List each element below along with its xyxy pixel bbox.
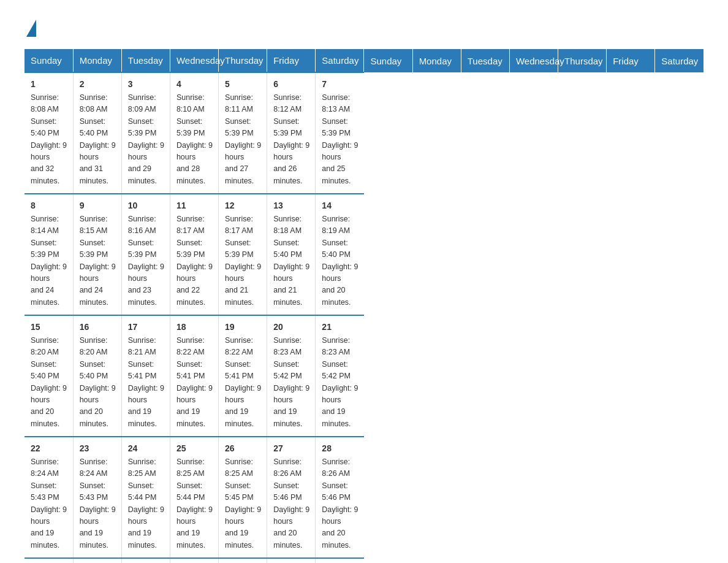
header-wednesday: Wednesday xyxy=(170,49,218,72)
calendar-week-row: 29Sunrise: 8:26 AMSunset: 5:47 PMDayligh… xyxy=(25,558,703,563)
day-number: 6 xyxy=(273,78,310,91)
day-number: 12 xyxy=(225,199,262,212)
calendar-week-row: 8Sunrise: 8:14 AMSunset: 5:39 PMDaylight… xyxy=(25,194,703,315)
day-info: Sunrise: 8:15 AMSunset: 5:39 PMDaylight:… xyxy=(80,213,116,308)
calendar-day-cell: 8Sunrise: 8:14 AMSunset: 5:39 PMDaylight… xyxy=(25,194,73,315)
calendar-day-cell: 27Sunrise: 8:26 AMSunset: 5:46 PMDayligh… xyxy=(267,437,316,558)
calendar-header-row: SundayMondayTuesdayWednesdayThursdayFrid… xyxy=(25,49,703,72)
page-header xyxy=(25,18,703,37)
day-number: 22 xyxy=(31,442,68,455)
day-number: 15 xyxy=(31,321,68,334)
day-number: 27 xyxy=(273,442,310,455)
calendar-empty-cell xyxy=(219,558,267,563)
calendar-day-cell: 4Sunrise: 8:10 AMSunset: 5:39 PMDaylight… xyxy=(170,72,218,194)
header-friday: Friday xyxy=(607,49,655,72)
day-info: Sunrise: 8:26 AMSunset: 5:46 PMDaylight:… xyxy=(273,456,310,551)
day-info: Sunrise: 8:19 AMSunset: 5:40 PMDaylight:… xyxy=(322,213,359,308)
calendar-day-cell: 15Sunrise: 8:20 AMSunset: 5:40 PMDayligh… xyxy=(25,315,73,437)
logo xyxy=(25,18,36,37)
day-info: Sunrise: 8:25 AMSunset: 5:45 PMDaylight:… xyxy=(225,456,262,551)
day-info: Sunrise: 8:24 AMSunset: 5:43 PMDaylight:… xyxy=(31,456,68,551)
calendar-empty-cell xyxy=(170,558,218,563)
day-info: Sunrise: 8:14 AMSunset: 5:39 PMDaylight:… xyxy=(31,213,68,308)
calendar-day-cell: 24Sunrise: 8:25 AMSunset: 5:44 PMDayligh… xyxy=(121,437,170,558)
calendar-day-cell: 3Sunrise: 8:09 AMSunset: 5:39 PMDaylight… xyxy=(121,72,170,194)
calendar-day-cell: 29Sunrise: 8:26 AMSunset: 5:47 PMDayligh… xyxy=(25,558,73,563)
day-number: 3 xyxy=(128,78,165,91)
calendar-day-cell: 23Sunrise: 8:24 AMSunset: 5:43 PMDayligh… xyxy=(73,437,121,558)
calendar-day-cell: 2Sunrise: 8:08 AMSunset: 5:40 PMDaylight… xyxy=(73,72,121,194)
day-info: Sunrise: 8:16 AMSunset: 5:39 PMDaylight:… xyxy=(128,213,165,308)
calendar-day-cell: 12Sunrise: 8:17 AMSunset: 5:39 PMDayligh… xyxy=(219,194,267,315)
calendar-table: SundayMondayTuesdayWednesdayThursdayFrid… xyxy=(25,49,703,563)
day-info: Sunrise: 8:20 AMSunset: 5:40 PMDaylight:… xyxy=(31,335,68,430)
day-number: 11 xyxy=(176,199,213,212)
calendar-day-cell: 22Sunrise: 8:24 AMSunset: 5:43 PMDayligh… xyxy=(25,437,73,558)
calendar-day-cell: 16Sunrise: 8:20 AMSunset: 5:40 PMDayligh… xyxy=(73,315,121,437)
calendar-day-cell: 13Sunrise: 8:18 AMSunset: 5:40 PMDayligh… xyxy=(267,194,316,315)
calendar-day-cell: 26Sunrise: 8:25 AMSunset: 5:45 PMDayligh… xyxy=(219,437,267,558)
day-number: 13 xyxy=(273,199,310,212)
day-info: Sunrise: 8:09 AMSunset: 5:39 PMDaylight:… xyxy=(128,92,165,187)
day-info: Sunrise: 8:17 AMSunset: 5:39 PMDaylight:… xyxy=(225,213,262,308)
calendar-day-cell: 25Sunrise: 8:25 AMSunset: 5:44 PMDayligh… xyxy=(170,437,218,558)
day-info: Sunrise: 8:22 AMSunset: 5:41 PMDaylight:… xyxy=(176,335,213,430)
header-tuesday: Tuesday xyxy=(461,49,509,72)
day-number: 14 xyxy=(322,199,359,212)
header-sunday: Sunday xyxy=(25,49,73,72)
header-saturday: Saturday xyxy=(655,49,703,72)
calendar-day-cell: 20Sunrise: 8:23 AMSunset: 5:42 PMDayligh… xyxy=(267,315,316,437)
calendar-day-cell: 7Sunrise: 8:13 AMSunset: 5:39 PMDaylight… xyxy=(316,72,364,194)
day-info: Sunrise: 8:12 AMSunset: 5:39 PMDaylight:… xyxy=(273,92,310,187)
day-number: 7 xyxy=(322,78,359,91)
day-info: Sunrise: 8:17 AMSunset: 5:39 PMDaylight:… xyxy=(176,213,213,308)
day-number: 16 xyxy=(80,321,116,334)
day-number: 18 xyxy=(176,321,213,334)
header-monday: Monday xyxy=(73,49,121,72)
day-number: 20 xyxy=(273,321,310,334)
calendar-empty-cell xyxy=(316,558,364,563)
calendar-day-cell: 17Sunrise: 8:21 AMSunset: 5:41 PMDayligh… xyxy=(121,315,170,437)
day-number: 1 xyxy=(31,78,68,91)
day-info: Sunrise: 8:21 AMSunset: 5:41 PMDaylight:… xyxy=(128,335,165,430)
day-number: 2 xyxy=(80,78,116,91)
logo-triangle-icon xyxy=(26,20,36,37)
header-wednesday: Wednesday xyxy=(509,49,558,72)
header-thursday: Thursday xyxy=(558,49,607,72)
day-number: 26 xyxy=(225,442,262,455)
calendar-day-cell: 30Sunrise: 8:26 AMSunset: 5:48 PMDayligh… xyxy=(73,558,121,563)
calendar-day-cell: 19Sunrise: 8:22 AMSunset: 5:41 PMDayligh… xyxy=(219,315,267,437)
header-saturday: Saturday xyxy=(316,49,364,72)
day-number: 25 xyxy=(176,442,213,455)
day-number: 5 xyxy=(225,78,262,91)
day-number: 21 xyxy=(322,321,359,334)
day-number: 8 xyxy=(31,199,68,212)
day-info: Sunrise: 8:25 AMSunset: 5:44 PMDaylight:… xyxy=(176,456,213,551)
day-number: 19 xyxy=(225,321,262,334)
day-info: Sunrise: 8:24 AMSunset: 5:43 PMDaylight:… xyxy=(80,456,116,551)
calendar-day-cell: 11Sunrise: 8:17 AMSunset: 5:39 PMDayligh… xyxy=(170,194,218,315)
day-info: Sunrise: 8:18 AMSunset: 5:40 PMDaylight:… xyxy=(273,213,310,308)
day-number: 4 xyxy=(176,78,213,91)
calendar-day-cell: 1Sunrise: 8:08 AMSunset: 5:40 PMDaylight… xyxy=(25,72,73,194)
calendar-day-cell: 9Sunrise: 8:15 AMSunset: 5:39 PMDaylight… xyxy=(73,194,121,315)
calendar-day-cell: 5Sunrise: 8:11 AMSunset: 5:39 PMDaylight… xyxy=(219,72,267,194)
calendar-day-cell: 28Sunrise: 8:26 AMSunset: 5:46 PMDayligh… xyxy=(316,437,364,558)
calendar-week-row: 22Sunrise: 8:24 AMSunset: 5:43 PMDayligh… xyxy=(25,437,703,558)
day-info: Sunrise: 8:22 AMSunset: 5:41 PMDaylight:… xyxy=(225,335,262,430)
calendar-day-cell: 18Sunrise: 8:22 AMSunset: 5:41 PMDayligh… xyxy=(170,315,218,437)
calendar-day-cell: 31Sunrise: 8:27 AMSunset: 5:49 PMDayligh… xyxy=(121,558,170,563)
header-sunday: Sunday xyxy=(364,49,412,72)
day-number: 10 xyxy=(128,199,165,212)
calendar-day-cell: 21Sunrise: 8:23 AMSunset: 5:42 PMDayligh… xyxy=(316,315,364,437)
day-info: Sunrise: 8:10 AMSunset: 5:39 PMDaylight:… xyxy=(176,92,213,187)
day-number: 9 xyxy=(80,199,116,212)
calendar-week-row: 15Sunrise: 8:20 AMSunset: 5:40 PMDayligh… xyxy=(25,315,703,437)
header-thursday: Thursday xyxy=(219,49,267,72)
calendar-day-cell: 14Sunrise: 8:19 AMSunset: 5:40 PMDayligh… xyxy=(316,194,364,315)
day-info: Sunrise: 8:13 AMSunset: 5:39 PMDaylight:… xyxy=(322,92,359,187)
day-info: Sunrise: 8:23 AMSunset: 5:42 PMDaylight:… xyxy=(322,335,359,430)
header-friday: Friday xyxy=(267,49,316,72)
day-info: Sunrise: 8:23 AMSunset: 5:42 PMDaylight:… xyxy=(273,335,310,430)
day-info: Sunrise: 8:08 AMSunset: 5:40 PMDaylight:… xyxy=(80,92,116,187)
